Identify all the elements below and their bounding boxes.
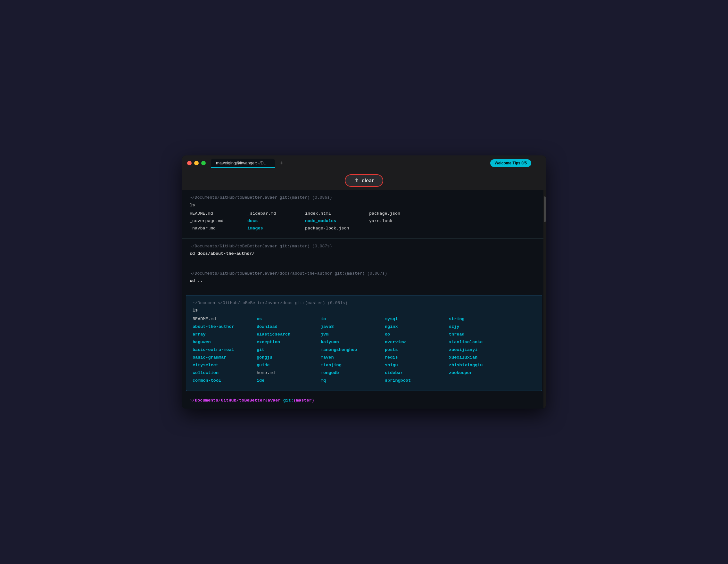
welcome-tips-button[interactable]: Welcome Tips 0/5 <box>490 159 531 167</box>
file-item: maven <box>321 354 385 361</box>
file-item: io <box>321 316 385 323</box>
file-item: about-the-author <box>193 324 257 330</box>
file-item: xianliaolaoke <box>449 339 513 346</box>
file-item: gongju <box>257 354 321 361</box>
add-tab-button[interactable]: + <box>277 159 286 168</box>
file-item: jvm <box>321 331 385 338</box>
active-tab[interactable]: maweiqing@itwanger:~/Docum <box>211 159 275 168</box>
file-item: guide <box>257 362 321 369</box>
file-item: node_modules <box>305 218 369 225</box>
terminal-window: maweiqing@itwanger:~/Docum + Welcome Tip… <box>182 155 546 408</box>
scrollbar-thumb[interactable] <box>544 196 546 222</box>
cmd-1: ls <box>190 202 538 209</box>
terminal-block-3: ~/Documents/GitHub/toBeBetterJavaer/docs… <box>182 266 546 293</box>
file-item: mq <box>321 377 385 384</box>
current-path: ~/Documents/GitHub/toBeBetterJavaer <box>190 398 281 403</box>
current-prompt-area: ~/Documents/GitHub/toBeBetterJavaer git:… <box>182 393 546 409</box>
file-item <box>369 225 427 232</box>
file-item: basic-extra-meal <box>193 347 257 353</box>
cmd-2: cd docs/about-the-author/ <box>190 251 538 257</box>
file-item: common-tool <box>193 377 257 384</box>
file-item <box>427 218 538 225</box>
file-item: package-lock.json <box>305 225 369 232</box>
minimize-button[interactable] <box>194 161 199 165</box>
file-item: exception <box>257 339 321 346</box>
scrollbar[interactable] <box>543 190 546 408</box>
file-item: _coverpage.md <box>190 218 247 225</box>
file-item: download <box>257 324 321 330</box>
terminal-block-2: ~/Documents/GitHub/toBeBetterJavaer git:… <box>182 239 546 266</box>
more-options-icon[interactable]: ⋮ <box>535 160 541 167</box>
active-prompt: ~/Documents/GitHub/toBeBetterJavaer/docs… <box>193 300 535 306</box>
file-item: docs <box>247 218 305 225</box>
file-item: zookeeper <box>449 370 513 377</box>
close-button[interactable] <box>187 161 192 165</box>
file-item: overview <box>385 339 449 346</box>
file-item: _navbar.md <box>190 225 247 232</box>
file-item: thread <box>449 331 513 338</box>
file-item: git <box>257 347 321 353</box>
file-item: README.md <box>193 316 257 323</box>
file-item: elasticsearch <box>257 331 321 338</box>
file-item: xuexijianyi <box>449 347 513 353</box>
clear-command-popup[interactable]: ⬆ clear <box>345 174 383 187</box>
current-prompt-text: ~/Documents/GitHub/toBeBetterJavaer git:… <box>190 398 314 403</box>
file-item: mongodb <box>321 370 385 377</box>
file-item: package.json <box>369 211 427 217</box>
prompt-1: ~/Documents/GitHub/toBeBetterJavaer git:… <box>190 195 538 201</box>
maximize-button[interactable] <box>201 161 206 165</box>
file-item: szjy <box>449 324 513 330</box>
current-git-branch: (master) <box>294 398 314 403</box>
active-file-list: README.md cs io mysql string about-the-a… <box>193 316 535 384</box>
file-item: manongshenghuo <box>321 347 385 353</box>
file-item: basic-grammar <box>193 354 257 361</box>
active-cmd: ls <box>193 307 535 314</box>
cmd-3: cd .. <box>190 278 538 285</box>
file-item: mianjing <box>321 362 385 369</box>
current-git-label: git: <box>281 398 294 403</box>
file-item <box>427 211 538 217</box>
file-item <box>449 377 513 384</box>
command-popup-wrapper: ⬆ clear <box>182 171 546 190</box>
file-item: cs <box>257 316 321 323</box>
terminal-block-1: ~/Documents/GitHub/toBeBetterJavaer git:… <box>182 190 546 239</box>
prompt-2: ~/Documents/GitHub/toBeBetterJavaer git:… <box>190 243 538 250</box>
file-item: images <box>247 225 305 232</box>
file-item: zhishixingqiu <box>449 362 513 369</box>
file-item: java8 <box>321 324 385 330</box>
file-item: springboot <box>385 377 449 384</box>
file-item: collection <box>193 370 257 377</box>
file-item: yarn.lock <box>369 218 427 225</box>
file-item: redis <box>385 354 449 361</box>
file-item: index.html <box>305 211 369 217</box>
file-list-1: README.md _sidebar.md index.html package… <box>190 211 538 232</box>
tab-area: maweiqing@itwanger:~/Docum + <box>211 159 490 168</box>
file-item: _sidebar.md <box>247 211 305 217</box>
file-item: ide <box>257 377 321 384</box>
active-terminal-block: ~/Documents/GitHub/toBeBetterJavaer/docs… <box>186 295 542 391</box>
file-item: string <box>449 316 513 323</box>
file-item: mysql <box>385 316 449 323</box>
file-item: README.md <box>190 211 247 217</box>
file-item: nginx <box>385 324 449 330</box>
file-item: oo <box>385 331 449 338</box>
traffic-lights <box>187 161 206 165</box>
titlebar: maweiqing@itwanger:~/Docum + Welcome Tip… <box>182 155 546 171</box>
file-item: cityselect <box>193 362 257 369</box>
file-item: kaiyuan <box>321 339 385 346</box>
active-block-wrapper: ~/Documents/GitHub/toBeBetterJavaer/docs… <box>182 293 546 393</box>
file-item: xuexiluxian <box>449 354 513 361</box>
popup-chevron-icon: ⬆ <box>354 178 359 184</box>
file-item: baguwen <box>193 339 257 346</box>
file-item: posts <box>385 347 449 353</box>
file-item: home.md <box>257 370 321 377</box>
prompt-3: ~/Documents/GitHub/toBeBetterJavaer/docs… <box>190 270 538 277</box>
titlebar-right: Welcome Tips 0/5 ⋮ <box>490 159 541 167</box>
file-item: shigu <box>385 362 449 369</box>
file-item <box>427 225 538 232</box>
terminal-area: ~/Documents/GitHub/toBeBetterJavaer git:… <box>182 190 546 408</box>
file-item: sidebar <box>385 370 449 377</box>
file-item: array <box>193 331 257 338</box>
popup-label: clear <box>362 178 374 184</box>
